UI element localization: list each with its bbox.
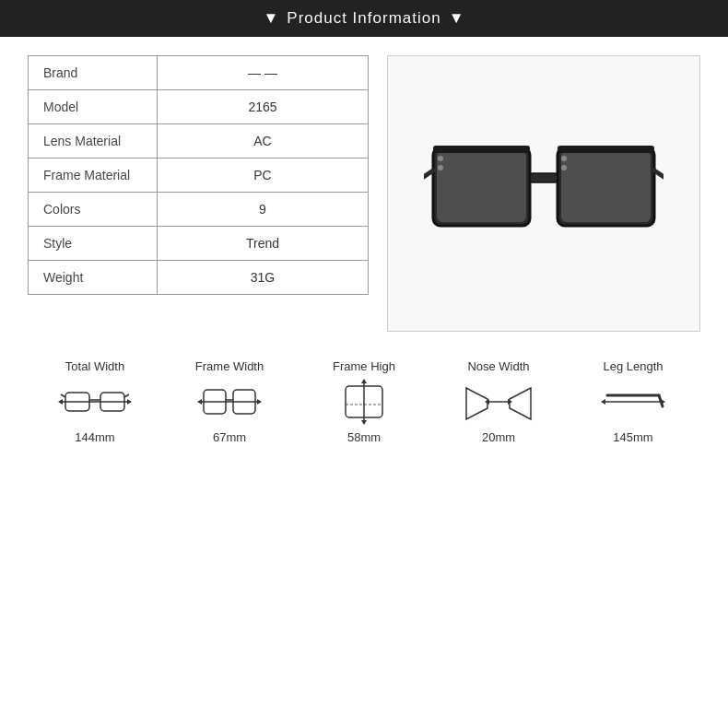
- table-row: Weight31G: [29, 261, 369, 295]
- measure-frame-high: Frame High 58mm: [327, 359, 401, 444]
- svg-line-20: [124, 394, 129, 397]
- table-cell-label: Weight: [29, 261, 158, 295]
- measure-frame-width: Frame Width 67mm: [193, 359, 266, 444]
- svg-rect-4: [530, 173, 558, 182]
- nose-width-icon: [462, 379, 535, 425]
- table-cell-value: PC: [158, 159, 369, 193]
- svg-point-8: [438, 165, 443, 170]
- table-cell-value: AC: [158, 124, 369, 159]
- svg-marker-36: [601, 399, 605, 405]
- svg-marker-14: [58, 399, 63, 405]
- header-triangle-right: ▼: [449, 9, 465, 28]
- table-cell-label: Frame Material: [29, 159, 158, 193]
- leg-length-value: 145mm: [613, 430, 652, 444]
- table-section: Brand— —Model2165Lens MaterialACFrame Ma…: [28, 55, 369, 332]
- svg-rect-11: [433, 146, 530, 153]
- info-table: Brand— —Model2165Lens MaterialACFrame Ma…: [28, 55, 369, 295]
- nose-width-label: Nose Width: [467, 359, 529, 373]
- frame-high-label: Frame High: [333, 359, 395, 373]
- sunglasses-image: [424, 111, 663, 276]
- table-cell-label: Model: [29, 90, 158, 124]
- table-cell-value: — —: [158, 56, 369, 90]
- svg-marker-23: [257, 399, 262, 405]
- table-row: Lens MaterialAC: [29, 124, 369, 159]
- table-cell-value: 31G: [158, 261, 369, 295]
- measure-leg-length: Leg Length 145mm: [596, 359, 670, 444]
- table-row: Brand— —: [29, 56, 369, 90]
- header-triangle-left: ▼: [263, 9, 279, 28]
- leg-length-icon: [596, 379, 670, 425]
- total-width-value: 144mm: [75, 430, 114, 444]
- nose-width-value: 20mm: [482, 430, 515, 444]
- frame-width-label: Frame Width: [195, 359, 264, 373]
- frame-width-icon: [193, 379, 266, 425]
- svg-point-10: [561, 165, 567, 170]
- total-width-label: Total Width: [65, 359, 124, 373]
- table-row: Model2165: [29, 90, 369, 124]
- product-image-section: [387, 55, 700, 332]
- table-cell-value: Trend: [158, 227, 369, 261]
- table-row: Frame MaterialPC: [29, 159, 369, 193]
- frame-high-value: 58mm: [347, 430, 381, 444]
- svg-marker-15: [127, 399, 132, 405]
- measure-nose-width: Nose Width 20mm: [462, 359, 535, 444]
- svg-rect-3: [561, 151, 651, 222]
- table-cell-label: Style: [29, 227, 158, 261]
- table-cell-label: Lens Material: [29, 124, 158, 159]
- table-cell-value: 9: [158, 193, 369, 227]
- table-row: Colors9: [29, 193, 369, 227]
- svg-point-9: [561, 156, 567, 161]
- table-row: StyleTrend: [29, 227, 369, 261]
- svg-rect-12: [558, 146, 654, 153]
- svg-marker-29: [361, 420, 367, 425]
- product-info-header: ▼ Product Information ▼: [0, 0, 728, 37]
- frame-width-value: 67mm: [213, 430, 246, 444]
- svg-point-7: [438, 156, 443, 161]
- leg-length-label: Leg Length: [603, 359, 663, 373]
- svg-line-39: [659, 395, 663, 406]
- svg-rect-1: [437, 151, 526, 222]
- header-title: Product Information: [287, 9, 440, 28]
- svg-line-19: [61, 394, 65, 397]
- total-width-icon: [58, 379, 132, 425]
- table-cell-label: Colors: [29, 193, 158, 227]
- measurements-section: Total Width 144mm Frame Width: [0, 341, 728, 453]
- main-content: Brand— —Model2165Lens MaterialACFrame Ma…: [0, 37, 728, 341]
- svg-marker-22: [197, 399, 202, 405]
- frame-high-icon: [327, 379, 401, 425]
- table-cell-label: Brand: [29, 56, 158, 90]
- svg-marker-28: [361, 379, 367, 383]
- page-wrapper: ▼ Product Information ▼ Brand— —Model216…: [0, 0, 728, 728]
- measure-total-width: Total Width 144mm: [58, 359, 132, 444]
- table-cell-value: 2165: [158, 90, 369, 124]
